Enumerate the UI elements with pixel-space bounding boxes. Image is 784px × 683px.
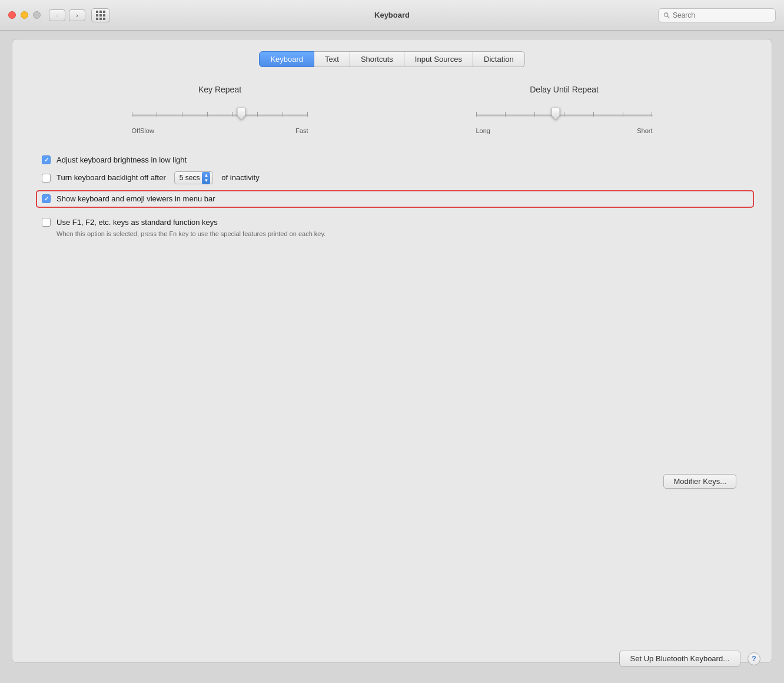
option-fn-keys-row: Use F1, F2, etc. keys as standard functi… <box>42 217 754 238</box>
brightness-checkbox[interactable] <box>42 155 51 164</box>
search-icon <box>663 12 670 19</box>
fn-keys-label: Use F1, F2, etc. keys as standard functi… <box>57 218 218 227</box>
traffic-lights <box>8 11 41 19</box>
key-repeat-fast-label: Fast <box>295 127 308 134</box>
options-section: Adjust keyboard brightness in low light … <box>42 155 754 238</box>
emoji-viewer-checkbox[interactable] <box>42 194 51 203</box>
key-repeat-label: Key Repeat <box>198 85 241 94</box>
delay-repeat-label: Delay Until Repeat <box>530 85 599 94</box>
tab-text[interactable]: Text <box>314 51 350 67</box>
tab-bar: Keyboard Text Shortcuts Input Sources Di… <box>30 51 754 67</box>
key-repeat-off-label: Off <box>132 127 140 134</box>
brightness-label: Adjust keyboard brightness in low light <box>57 155 187 165</box>
tick <box>207 112 208 117</box>
tick <box>564 112 564 117</box>
emoji-viewer-label: Show keyboard and emoji viewers in menu … <box>57 194 215 204</box>
footer-row: Set Up Bluetooth Keyboard... ? <box>607 645 772 667</box>
delay-repeat-ticks <box>476 112 653 119</box>
window-title: Keyboard <box>374 11 410 19</box>
tick <box>232 112 232 117</box>
search-box[interactable] <box>658 8 776 22</box>
backlight-suffix: of inactivity <box>221 173 259 183</box>
tick <box>505 112 506 117</box>
backlight-select-value: 5 secs <box>180 174 200 182</box>
select-arrows-icon: ▲ ▼ <box>202 172 210 184</box>
tick <box>182 112 182 117</box>
tick <box>476 112 477 117</box>
fn-keys-sub-text: When this option is selected, press the … <box>57 230 325 238</box>
grid-icon <box>96 11 105 20</box>
delay-repeat-long-label: Long <box>476 127 490 134</box>
option-backlight-row: Turn keyboard backlight off after 5 secs… <box>42 171 754 184</box>
option-emoji-viewer-row: Show keyboard and emoji viewers in menu … <box>36 190 754 208</box>
back-icon: ‹ <box>56 12 58 19</box>
forward-button[interactable]: › <box>69 9 85 21</box>
delay-repeat-short-label: Short <box>637 127 652 134</box>
svg-line-1 <box>667 16 669 18</box>
tab-shortcuts[interactable]: Shortcuts <box>350 51 404 67</box>
main-panel: Keyboard Text Shortcuts Input Sources Di… <box>12 39 772 663</box>
key-repeat-slow-label: Slow <box>140 127 154 134</box>
modifier-keys-area: Modifier Keys... <box>30 474 754 489</box>
forward-icon: › <box>76 12 78 19</box>
minimize-button[interactable] <box>21 11 28 19</box>
key-repeat-group: Key Repeat <box>108 85 332 134</box>
tick <box>157 112 157 117</box>
tick <box>652 112 652 117</box>
delay-repeat-slider-wrapper[interactable] <box>476 104 653 127</box>
bluetooth-keyboard-button[interactable]: Set Up Bluetooth Keyboard... <box>619 651 740 667</box>
tick <box>257 112 258 117</box>
backlight-label: Turn keyboard backlight off after <box>57 173 166 183</box>
titlebar: ‹ › Keyboard <box>0 0 784 31</box>
tick <box>593 112 594 117</box>
backlight-select[interactable]: 5 secs ▲ ▼ <box>174 171 214 184</box>
sliders-section: Key Repeat <box>30 85 754 134</box>
delay-repeat-group: Delay Until Repeat <box>453 85 676 134</box>
close-button[interactable] <box>8 11 16 19</box>
help-button[interactable]: ? <box>748 652 760 665</box>
tick <box>623 112 623 117</box>
modifier-keys-button[interactable]: Modifier Keys... <box>663 474 736 489</box>
key-repeat-labels: Off Slow Fast <box>132 127 308 134</box>
tab-keyboard[interactable]: Keyboard <box>259 51 314 67</box>
search-input[interactable] <box>673 11 770 19</box>
key-repeat-thumb[interactable] <box>236 108 247 121</box>
tick <box>132 112 132 117</box>
tick <box>283 112 283 117</box>
key-repeat-slider-wrapper[interactable] <box>132 104 308 127</box>
app-grid-button[interactable] <box>91 8 110 22</box>
fn-keys-checkbox[interactable] <box>42 218 51 227</box>
tab-input-sources[interactable]: Input Sources <box>404 51 473 67</box>
tick <box>534 112 535 117</box>
nav-buttons: ‹ › <box>49 9 85 21</box>
option-brightness-row: Adjust keyboard brightness in low light <box>42 155 754 165</box>
back-button[interactable]: ‹ <box>49 9 65 21</box>
delay-repeat-thumb[interactable] <box>550 108 561 121</box>
delay-repeat-labels: Long Short <box>476 127 653 134</box>
backlight-checkbox[interactable] <box>42 174 51 183</box>
key-repeat-ticks <box>132 112 308 119</box>
maximize-button[interactable] <box>33 11 41 19</box>
tick <box>307 112 308 117</box>
tab-dictation[interactable]: Dictation <box>473 51 525 67</box>
